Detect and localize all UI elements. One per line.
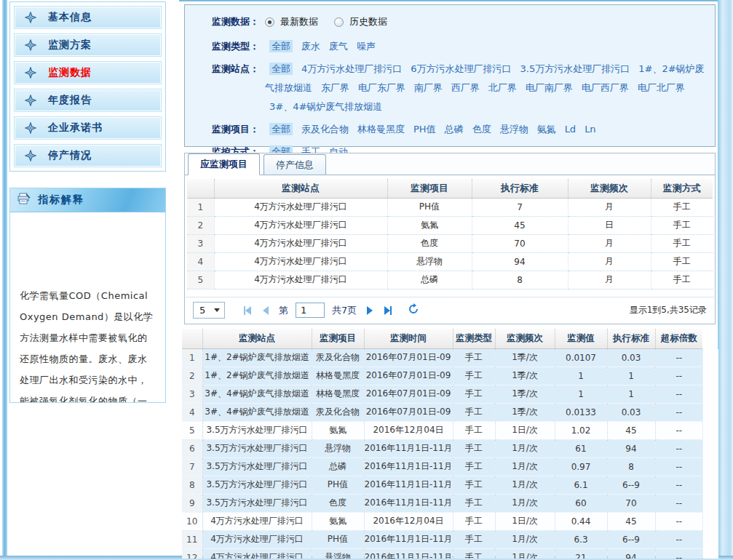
tab-2[interactable]: 停产信息: [264, 154, 326, 175]
column-header[interactable]: 监测类型: [453, 329, 495, 348]
refresh-button[interactable]: [408, 303, 419, 317]
tab-strip: 应监测项目停产信息: [185, 153, 715, 175]
filter-link[interactable]: Ln: [585, 124, 595, 135]
table-cell: 0.0107: [555, 348, 607, 367]
table-row[interactable]: 21#、2#锅炉废气排放烟道林格曼黑度2016年07月01日-09手工1季/次1…: [182, 367, 702, 385]
sidebar-item-4[interactable]: 年度报告: [14, 89, 162, 112]
filter-link[interactable]: 废水: [301, 41, 320, 52]
filter-link[interactable]: 悬浮物: [500, 124, 528, 135]
column-header[interactable]: 监测项目: [312, 329, 364, 348]
filter-options: 全部汞及化合物林格曼黑度PH值总磷色度悬浮物氨氮LdLn: [259, 120, 715, 139]
column-header[interactable]: [187, 179, 214, 198]
filter-link[interactable]: PH值: [413, 124, 436, 135]
table-cell: 手工: [651, 252, 713, 271]
table-cell: 手工: [453, 385, 495, 403]
filter-link[interactable]: 噪声: [357, 41, 376, 52]
column-header[interactable]: 监测时间: [364, 329, 453, 348]
column-header[interactable]: 监测频次: [568, 179, 651, 198]
table-row[interactable]: 83.5万方污水处理厂排污口PH值2016年11月1日-11月手工1月/次6.1…: [182, 476, 702, 494]
tab-1[interactable]: 应监测项目: [188, 153, 260, 175]
sidebar-item-5[interactable]: 企业承诺书: [14, 116, 162, 140]
table-row[interactable]: 44万方污水处理厂排污口悬浮物94月手工: [187, 252, 713, 271]
table-row[interactable]: 43#、4#锅炉废气排放烟道汞及化合物2016年07月01日-09手工1季/次0…: [182, 403, 702, 421]
page-number-input[interactable]: [296, 303, 325, 318]
table-row[interactable]: 14万方污水处理厂排污口PH值7月手工: [187, 198, 713, 216]
table-row[interactable]: 54万方污水处理厂排污口总磷8月手工: [187, 271, 713, 289]
filter-link[interactable]: 电厂北厂界: [638, 82, 685, 93]
filter-link[interactable]: 3.5万方污水处理厂排污口: [520, 63, 630, 74]
table-cell: 2: [187, 216, 214, 234]
filter-link[interactable]: 南厂界: [414, 82, 443, 93]
table-cell: 1日/次: [495, 512, 555, 530]
radio-option[interactable]: 最新数据: [265, 12, 318, 31]
radio-option[interactable]: 历史数据: [334, 12, 387, 31]
sidebar-item-6[interactable]: 停产情况: [14, 144, 162, 167]
table-cell: 2016年12月04日: [364, 512, 453, 530]
filter-link[interactable]: 全部: [269, 123, 293, 135]
filter-link[interactable]: 全部: [269, 63, 293, 75]
next-page-icon: [367, 306, 373, 315]
radio-icon[interactable]: [265, 17, 274, 27]
table-scrollbar-track[interactable]: [702, 349, 718, 559]
filter-link[interactable]: Ld: [565, 124, 577, 135]
filter-link[interactable]: 总磷: [445, 124, 464, 135]
filter-link[interactable]: 东厂界: [321, 82, 349, 93]
filter-link[interactable]: 电厂南厂界: [526, 82, 573, 93]
filter-link[interactable]: 3#、4#锅炉废气排放烟道: [269, 101, 382, 112]
page-size-select[interactable]: 5: [193, 302, 225, 319]
filter-link[interactable]: 4万方污水处理厂排污口: [301, 63, 402, 74]
sidebar-item-label: 监测数据: [48, 66, 92, 79]
filter-link[interactable]: 西厂界: [451, 82, 480, 93]
indicator-explain-title: 指标解释: [38, 193, 84, 207]
column-header[interactable]: 监测项目: [387, 179, 472, 198]
column-header[interactable]: 监测方式: [651, 179, 713, 198]
table-row[interactable]: 73.5万方污水处理厂排污口总磷2016年11月1日-11月手工1月/次0.97…: [182, 457, 702, 476]
radio-icon[interactable]: [334, 17, 344, 27]
filter-link[interactable]: 电厂东厂界: [358, 82, 405, 93]
table-row[interactable]: 11#、2#锅炉废气排放烟道汞及化合物2016年07月01日-09手工1季/次0…: [182, 348, 702, 367]
filter-link[interactable]: 色度: [472, 124, 491, 135]
table-row[interactable]: 104万方污水处理厂排污口氨氮2016年12月04日手工1日/次0.4445--: [182, 512, 702, 530]
filter-link[interactable]: 汞及化合物: [301, 124, 349, 135]
next-page-button[interactable]: [367, 306, 373, 315]
table-cell: 汞及化合物: [312, 348, 364, 367]
table-row[interactable]: 63.5万方污水处理厂排污口悬浮物2016年11月1日-11月手工1月/次619…: [182, 439, 702, 457]
table-cell: 手工: [453, 494, 495, 512]
table-cell: 色度: [387, 234, 472, 252]
column-header[interactable]: [182, 329, 202, 348]
filter-link[interactable]: 氨氮: [537, 124, 556, 135]
column-header[interactable]: 监测站点: [214, 179, 387, 198]
column-header[interactable]: 监测值: [555, 329, 607, 348]
sidebar-item-1[interactable]: 基本信息: [14, 6, 162, 29]
filter-options: 最新数据历史数据: [259, 12, 715, 33]
filter-link[interactable]: 6万方污水处理厂排污口: [411, 63, 511, 74]
table-row[interactable]: 93.5万方污水处理厂排污口色度2016年11月1日-11月手工1月/次6070…: [182, 494, 702, 512]
last-page-button[interactable]: [384, 306, 392, 315]
table-row[interactable]: 124万方污水处理厂排污口悬浮物2016年11月1日-11月手工1月/次2194…: [182, 548, 702, 559]
sidebar-item-3[interactable]: 监测数据: [14, 61, 162, 84]
table-row[interactable]: 24万方污水处理厂排污口氨氮45日手工: [187, 216, 713, 234]
sidebar-item-2[interactable]: 监测方案: [14, 33, 162, 57]
column-header[interactable]: 监测站点: [202, 329, 312, 348]
table-row[interactable]: 34万方污水处理厂排污口色度70月手工: [187, 234, 713, 252]
first-page-button[interactable]: [244, 306, 251, 315]
filter-link[interactable]: 林格曼黑度: [357, 124, 405, 135]
filter-link[interactable]: 全部: [269, 40, 293, 52]
filter-row: 监测站点：全部4万方污水处理厂排污口6万方污水处理厂排污口3.5万方污水处理厂排…: [185, 60, 715, 116]
table-cell: 3.5万方污水处理厂排污口: [202, 476, 312, 494]
table-cell: 2016年12月04日: [364, 421, 453, 439]
column-header[interactable]: 执行标准: [472, 179, 568, 198]
table-row[interactable]: 114万方污水处理厂排污口PH值2016年11月1日-11月手工1月/次6.36…: [182, 530, 702, 548]
filter-link[interactable]: 废气: [329, 41, 348, 52]
prev-page-button[interactable]: [263, 306, 269, 315]
table-row[interactable]: 33#、4#锅炉废气排放烟道林格曼黑度2016年07月01日-09手工1季/次1…: [182, 385, 702, 403]
table-cell: 3#、4#锅炉废气排放烟道: [202, 403, 312, 421]
column-header[interactable]: 监测频次: [495, 329, 555, 348]
column-header[interactable]: 执行标准: [607, 329, 655, 348]
column-header[interactable]: 超标倍数: [655, 329, 702, 348]
table-row[interactable]: 53.5万方污水处理厂排污口氨氮2016年12月04日手工1日/次1.0245-…: [182, 421, 702, 439]
table-cell: 月: [568, 234, 651, 252]
table-cell: 2016年07月01日-09: [364, 348, 453, 367]
filter-link[interactable]: 北厂界: [488, 82, 517, 93]
filter-link[interactable]: 电厂西厂界: [582, 82, 629, 93]
